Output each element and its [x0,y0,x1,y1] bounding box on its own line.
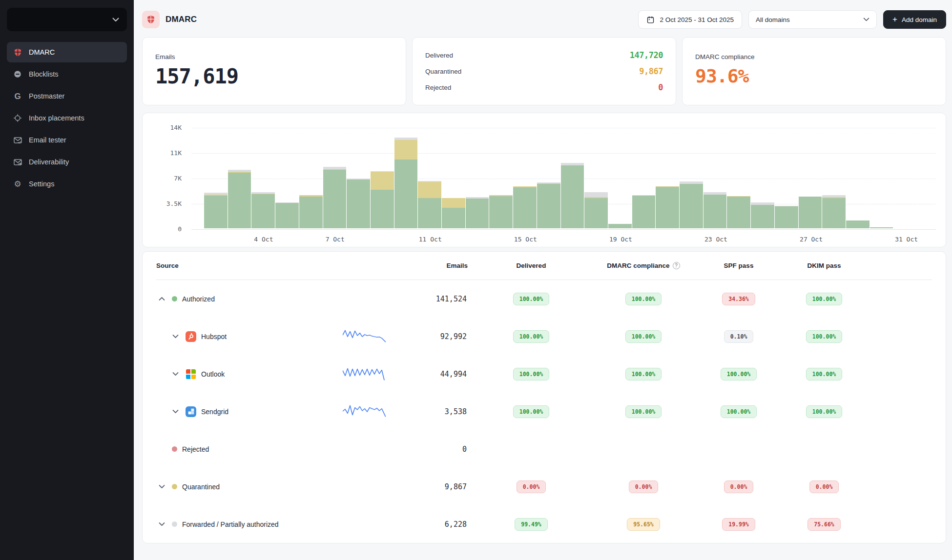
stacked-bar-17-oct[interactable] [561,128,585,228]
stacked-bar-29-oct[interactable] [846,128,870,228]
source-cell: Sendgrid [156,406,343,417]
stacked-bar-6-oct[interactable] [299,128,323,228]
delivered-label: Delivered [425,52,453,59]
delivered-badge-cell: 99.49% [468,518,595,531]
sparkline-cell [343,328,392,345]
chevron-up-icon[interactable] [156,297,167,301]
stacked-bar-21-oct[interactable] [656,128,680,228]
stacked-bar-5-oct[interactable] [275,128,299,228]
delivered-segment [228,173,251,228]
table-row-hubspot[interactable]: Hubspot92,992100.00%100.00%0.10%100.00% [156,318,932,355]
col-emails: Emails [392,262,468,269]
delivered-segment [656,187,679,228]
stacked-bar-14-oct[interactable] [489,128,513,228]
sendgrid-icon [186,406,196,417]
status-dot [172,521,177,527]
spf-pass-badge: 34.36% [722,293,755,305]
delivered-segment [751,205,774,228]
chevron-down-icon[interactable] [170,409,181,414]
chevron-down-icon[interactable] [156,522,167,526]
sparkline [343,403,387,419]
quarantined-segment [442,198,465,208]
sidebar-item-inbox-placements[interactable]: Inbox placements [7,108,127,128]
stacked-bar-18-oct[interactable] [584,128,608,228]
date-range-picker[interactable]: 2 Oct 2025 - 31 Oct 2025 [638,10,742,29]
x-axis-tick: 7 Oct [318,236,352,243]
sidebar-item-deliverability[interactable]: Deliverability [7,152,127,172]
table-row-sendgrid[interactable]: Sendgrid3,538100.00%100.00%100.00%100.00… [156,393,932,430]
emails-value: 0 [392,445,468,454]
delivered-segment [584,198,608,228]
stacked-bar-12-oct[interactable] [442,128,466,228]
dmarc-compliance-badge: 100.00% [625,405,662,418]
dmarc-compliance-badge-cell: 95.65% [595,518,692,531]
chevron-down-icon[interactable] [156,484,167,489]
stacked-bar-23-oct[interactable] [704,128,727,228]
table-row-quarantined[interactable]: Quarantined9,8670.00%0.00%0.00%0.00% [156,468,932,505]
stacked-bar-2-oct[interactable] [204,128,228,228]
spf-pass-badge-cell: 0.00% [692,480,785,493]
gridline [191,229,936,230]
source-cell: Outlook [156,369,343,380]
help-icon[interactable]: ? [673,262,680,269]
sidebar-item-dmarc[interactable]: DMARC [7,42,127,62]
quarantined-label: Quarantined [425,68,461,75]
stacked-bar-11-oct[interactable] [418,128,442,228]
delivered-badge-cell: 100.00% [468,330,595,343]
stacked-bar-19-oct[interactable] [608,128,632,228]
dkim-pass-badge: 100.00% [806,368,842,380]
stacked-bar-27-oct[interactable] [799,128,823,228]
chevron-down-icon[interactable] [170,372,181,376]
emails-value: 9,867 [392,482,468,491]
delivered-badge: 100.00% [513,293,549,305]
email-volume-chart: 03.5K7K11K14K4 Oct7 Oct11 Oct15 Oct19 Oc… [142,113,946,247]
stacked-bar-7-oct[interactable] [323,128,347,228]
y-axis-tick: 7K [143,175,182,182]
workspace-selector[interactable] [7,8,127,31]
sidebar-item-label: Postmaster [29,92,64,100]
sidebar-item-email-tester[interactable]: Email tester [7,130,127,150]
google-icon: G [13,91,22,101]
sidebar-item-postmaster[interactable]: G Postmaster [7,86,127,106]
stacked-bar-31-oct[interactable] [893,128,917,228]
add-domain-button[interactable]: + Add domain [883,10,946,29]
stacked-bar-28-oct[interactable] [822,128,846,228]
table-body: Authorized141,524100.00%100.00%34.36%100… [156,280,932,543]
outlook-icon [186,369,196,380]
stacked-bar-9-oct[interactable] [371,128,394,228]
source-label: Hubspot [201,333,227,340]
stacked-bar-30-oct[interactable] [870,128,894,228]
stacked-bar-3-oct[interactable] [228,128,252,228]
emails-value: 3,538 [392,407,468,416]
table-row-outlook[interactable]: Outlook44,994100.00%100.00%100.00%100.00… [156,355,932,393]
source-cell: Hubspot [156,331,343,342]
stacked-bar-25-oct[interactable] [751,128,775,228]
col-delivered: Delivered [468,262,595,269]
stacked-bar-22-oct[interactable] [680,128,704,228]
stacked-bar-10-oct[interactable] [394,128,418,228]
sidebar-item-label: Blocklists [29,70,58,78]
sidebar-item-blocklists[interactable]: Blocklists [7,64,127,84]
table-row-rejected: Rejected0 [156,430,932,468]
stacked-bar-8-oct[interactable] [347,128,371,228]
stacked-bar-16-oct[interactable] [537,128,561,228]
stacked-bar-26-oct[interactable] [775,128,799,228]
stacked-bar-13-oct[interactable] [466,128,490,228]
table-row-authorized[interactable]: Authorized141,524100.00%100.00%34.36%100… [156,280,932,318]
source-label: Forwarded / Partially authorized [182,520,279,528]
delivered-segment [442,208,465,228]
stacked-bar-4-oct[interactable] [251,128,275,228]
sidebar-item-settings[interactable]: ⚙ Settings [7,174,127,194]
stacked-bar-20-oct[interactable] [632,128,656,228]
delivered-badge-cell: 0.00% [468,480,595,493]
domain-filter-select[interactable]: All domains [748,10,877,29]
stacked-bar-24-oct[interactable] [727,128,751,228]
table-row-forwarded-partially-authorized[interactable]: Forwarded / Partially authorized6,22899.… [156,505,932,543]
delivered-segment [704,195,727,228]
delivered-badge-cell: 100.00% [468,405,595,418]
chevron-down-icon[interactable] [170,334,181,339]
dkim-pass-badge-cell: 75.66% [785,518,863,531]
stacked-bar-15-oct[interactable] [513,128,537,228]
delivered-segment [608,224,632,228]
sidebar-item-label: Settings [29,180,54,188]
